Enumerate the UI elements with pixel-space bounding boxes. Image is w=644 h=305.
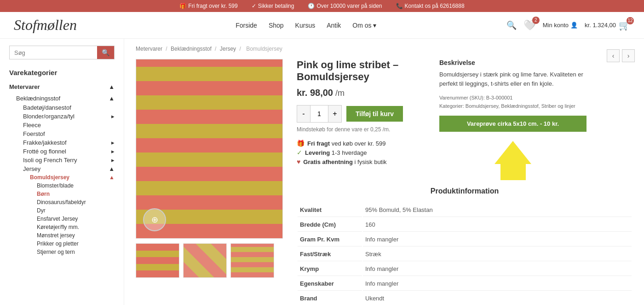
sidebar-item-beklædningsstof[interactable]: Beklædningsstof ▲ [16,94,115,103]
breadcrumb-sep-2: / [215,46,218,52]
check-icon: ✓ [252,3,256,9]
header: Stofmøllen Forside Shop Kursus Antik Om … [0,12,644,39]
check-feature-icon: ✓ [297,149,302,156]
breadcrumb-metervarer[interactable]: Metervarer [136,46,162,52]
breadcrumb-jersey[interactable]: Jersey [220,46,236,52]
sidebar-item-bomuldsjersey[interactable]: Bomuldsjersey ▲ [30,173,115,182]
add-to-cart-row: - + Tilføj til kurv [297,105,426,123]
sidebar-item-jersey[interactable]: Jersey ▲ [23,164,115,173]
add-to-cart-button[interactable]: Tilføj til kurv [346,106,403,122]
thumbnail-3[interactable] [230,243,274,278]
search-input[interactable] [10,46,97,59]
search-bar: 🔍 [9,46,115,59]
sidebar-item-frotte[interactable]: Frotté og flonnel ▸ [23,147,115,156]
main-content: Metervarer / Beklædningsstof / Jersey / … [124,39,644,305]
details-section-title: Produktinformation [297,187,632,195]
detail-row-krymp: Krymp Info mangler [298,262,632,276]
next-product-button[interactable]: › [622,49,635,62]
sidebar-item-blomster[interactable]: Blomster/blade [37,182,115,190]
nav-forside[interactable]: Forside [236,22,257,29]
sidebar-item-koretoj[interactable]: Køretøjer/fly mm. [37,223,115,231]
account-button[interactable]: Min konto 👤 [543,22,578,29]
cart-button[interactable]: kr. 1.324,00 🛒 12 [585,20,630,31]
detail-value-kvalitet: 95% Bomuld, 5% Elastan [363,203,632,217]
heart-feature-icon: ♥ [297,158,300,165]
min-order-text: Mindstekøb for denne vare er 0,25 /m. [297,126,426,133]
sidebar-item-metervarer[interactable]: Metervarer ▲ [9,82,115,92]
thumbnail-images [136,243,283,278]
sidebar-item-isoli[interactable]: Isoli og French Terry ▸ [23,156,115,164]
cart-icon: 🛒 12 [619,20,630,31]
chevron-right-icon: ▸ [111,113,115,120]
sidebar-item-badetoj[interactable]: Badetøj/dansestof [23,103,115,112]
detail-value-krymp: Info mangler [363,262,632,276]
sidebar-item-blonder[interactable]: Blonder/organza/tyl ▸ [23,112,115,121]
nav-om-os[interactable]: Om os ▾ [352,22,376,29]
gift-icon: 🎁 [179,3,186,9]
product-price: kr. 98,00 /m [297,88,426,98]
sidebar-item-foerstof[interactable]: Foerstof [23,129,115,138]
sidebar-item-monstret[interactable]: Mønstret jersey [37,231,115,240]
detail-value-fast: Stræk [363,247,632,261]
header-right: 🔍 🤍 2 Min konto 👤 kr. 1.324,00 🛒 12 [506,19,630,31]
logo: Stofmøllen [14,17,106,34]
detail-row-kvalitet: Kvalitet 95% Bomuld, 5% Elastan [298,203,632,217]
breadcrumb-sep-3: / [239,46,242,52]
nav-kursus[interactable]: Kursus [295,22,316,29]
breadcrumb: Metervarer / Beklædningsstof / Jersey / … [136,46,632,52]
details-table: Kvalitet 95% Bomuld, 5% Elastan Bredde (… [297,202,632,305]
sku-info: Varenummer (SKU): B-3-000001 [439,95,586,100]
detail-row-fast: Fast/Stræk Stræk [298,247,632,261]
sidebar-item-fleece[interactable]: Fleece [23,121,115,129]
nav-antik[interactable]: Antik [327,22,341,29]
breadcrumb-beklædningsstof[interactable]: Beklædningsstof [171,46,212,52]
detail-label-brand: Brand [298,292,362,305]
chevron-right-icon-4: ▸ [111,157,115,164]
sidebar-item-prikker[interactable]: Prikker og pletter [37,240,115,248]
arrow-head [494,141,531,164]
quantity-decrease-button[interactable]: - [297,106,310,122]
prev-product-button[interactable]: ‹ [607,49,620,62]
detail-label-fast: Fast/Stræk [298,247,362,261]
search-submit-button[interactable]: 🔍 [97,46,114,59]
wishlist-button[interactable]: 🤍 2 [523,19,536,31]
sample-button[interactable]: Vareprøve cirka 5x10 cm. - 10 kr. [439,116,586,132]
sidebar-sub2: Badetøj/dansestof Blonder/organza/tyl ▸ … [16,103,115,256]
detail-value-gram: Info mangler [363,233,632,246]
detail-label-krymp: Krymp [298,262,362,276]
zoom-icon[interactable]: ⊕ [143,208,166,231]
content-area: 🔍 Varekategorier Metervarer ▲ Beklædning… [0,39,644,305]
detail-row-bredde: Bredde (Cm) 160 [298,218,632,232]
product-purchase-section: Pink og lime stribet – Bomuldsjersey kr.… [297,59,426,180]
sidebar-item-dinosaurus[interactable]: Dinosaurus/fabeldyr [37,198,115,206]
product-title: Pink og lime stribet – Bomuldsjersey [297,59,426,83]
sidebar-item-dyr[interactable]: Dyr [37,206,115,215]
thumbnail-2[interactable] [183,243,227,278]
sidebar-item-frakke[interactable]: Frakke/jakkestof ▸ [23,138,115,147]
thumbnail-1[interactable] [136,243,179,278]
detail-row-gram: Gram Pr. Kvm Info mangler [298,233,632,246]
sidebar-item-ensfarvet[interactable]: Ensfarvet Jersey [37,215,115,223]
arrow-body [500,164,526,180]
product-layout: ⊕ Pink og lime stribet – Bomuldsjersey k… [136,59,632,305]
categories-title: Varekategorier [9,69,115,76]
feature-pickup: ♥ Gratis afhentning i fysisk butik [297,158,426,165]
chevron-up-icon-4: ▲ [109,174,115,181]
quantity-increase-button[interactable]: + [328,106,341,122]
sidebar: 🔍 Varekategorier Metervarer ▲ Beklædning… [0,39,124,305]
search-button[interactable]: 🔍 [506,20,517,30]
detail-value-bredde: 160 [363,218,632,232]
chevron-up-icon: ▲ [109,83,115,90]
product-details-section: Produktinformation Kvalitet 95% Bomuld, … [297,187,632,305]
nav-shop[interactable]: Shop [269,22,284,29]
detail-label-kvalitet: Kvalitet [298,203,362,217]
detail-label-gram: Gram Pr. Kvm [298,233,362,246]
chevron-right-icon-3: ▸ [111,148,115,155]
quantity-control: - + [297,105,342,123]
sidebar-item-stjerner[interactable]: Stjerner og tern [37,248,115,256]
phone-icon: 📞 [396,3,403,9]
quantity-input[interactable] [310,106,328,122]
sidebar-item-born[interactable]: Børn [37,190,115,198]
feature-free-shipping: 🎁 Fri fragt ved køb over kr. 599 [297,140,426,147]
product-description-section: Beskrivelse Bomuldsjersey i stærk pink o… [439,59,586,180]
